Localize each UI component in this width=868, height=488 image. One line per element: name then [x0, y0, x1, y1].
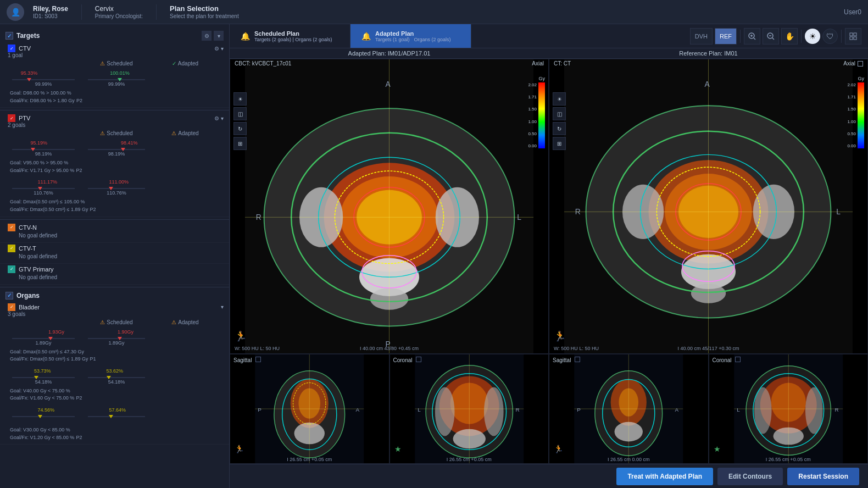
image-area: CBCT: kVCBCT_17c01 Axial — [230, 59, 868, 464]
flip-btn[interactable]: ⊞ — [233, 137, 247, 150]
bl-g3-sv: 74.56% — [38, 407, 55, 413]
svg-text:R: R — [834, 407, 838, 413]
right-color-scale: Gy 2.02 1.71 1.50 1.00 0.50 0.00 — [847, 76, 864, 148]
zoom-out-btn[interactable] — [763, 28, 779, 45]
ctv-n-checkbox[interactable]: ✓ — [8, 224, 15, 231]
small-right-cor[interactable]: Coronal L R — [709, 354, 869, 464]
treat-btn[interactable]: Treat with Adapted Plan — [616, 468, 713, 485]
bladder-checkbox[interactable]: ✓ — [8, 303, 15, 311]
bladder-expand[interactable]: ▾ — [221, 304, 224, 310]
ptv-g2-text: Goal: Dmax(0.50 cm³) ≤ 105.00 % — [10, 199, 85, 204]
ptv-g2-adapt-val: 111.00% — [109, 179, 129, 185]
r-brightness-btn[interactable]: ☀ — [553, 92, 566, 106]
right-content: 🔔 Scheduled Plan Targets (2 goals) | Org… — [230, 24, 868, 488]
window-level-btn[interactable]: ◫ — [233, 107, 247, 120]
restart-session-btn[interactable]: Restart Session — [787, 468, 859, 485]
zoom-in-btn[interactable] — [744, 28, 760, 45]
footer-bar: Treat with Adapted Plan Edit Contours Re… — [230, 464, 868, 488]
ptv-checkbox[interactable]: ✓ — [8, 114, 15, 122]
sep3 — [0, 287, 229, 287]
divider2 — [156, 4, 157, 20]
ptv-g1-text2: Goal/Fx: V1.71 Gy > 95.00 % — [10, 168, 74, 173]
sm-lc-checkbox[interactable] — [416, 357, 421, 362]
sm-rs-checkbox[interactable] — [575, 357, 580, 362]
organs-section-header[interactable]: Organs — [0, 290, 229, 302]
ctv-checkbox[interactable]: ✓ — [8, 45, 15, 52]
grid-layout-btn[interactable] — [845, 28, 861, 45]
targets-expand-btn[interactable]: ▾ — [214, 31, 224, 41]
targets-checkbox[interactable] — [5, 32, 13, 40]
tab-adapted[interactable]: 🔔 Adapted Plan Targets (1 goal) Organs (… — [350, 24, 471, 48]
targets-settings-btn[interactable]: ⚙ — [202, 31, 212, 41]
plan-toolbar: DVH REF — [683, 24, 868, 48]
window-btn[interactable]: ☀ — [805, 29, 820, 44]
bl-g2-text: Goal: V40.00 Gy < 75.00 % — [10, 388, 70, 393]
left-w: W: 500 HU — [235, 346, 259, 351]
organs-label: Organs — [16, 292, 40, 300]
ptv-g1-pri: P2 — [76, 168, 82, 173]
ctv-row[interactable]: ✓ CTV ⚙ ▾ — [8, 45, 224, 52]
ptv-g2-sched-val: 111.17% — [38, 179, 58, 185]
rotate-btn[interactable]: ↻ — [233, 122, 247, 135]
left-vp-tools: ☀ ◫ ↻ ⊞ — [233, 92, 247, 150]
ctv-t-row[interactable]: ✓ CTV-T — [8, 245, 224, 252]
main-left-viewport[interactable]: CBCT: kVCBCT_17c01 Axial — [230, 59, 549, 354]
r-rotate-btn[interactable]: ↻ — [553, 122, 566, 135]
svg-text:L: L — [418, 407, 421, 413]
r-flip-btn[interactable]: ⊞ — [553, 137, 566, 150]
ref-plan-title: Reference Plan: IM01 — [549, 48, 868, 58]
targets-section-header[interactable]: Targets ⚙ ▾ — [0, 29, 229, 43]
ptv-goal1: 95.19% 98.19% 98.41% 98.19% — [8, 136, 224, 175]
svg-rect-10 — [854, 37, 856, 40]
sm-rc-checkbox[interactable] — [735, 357, 741, 362]
bladder-row[interactable]: ✓ Bladder ▾ — [8, 303, 224, 311]
ctv-n-row[interactable]: ✓ CTV-N — [8, 224, 224, 231]
ctv-goals-count: 1 goal — [8, 52, 224, 58]
plan-tabs: 🔔 Scheduled Plan Targets (2 goals) | Org… — [230, 24, 868, 48]
ptv-sched-warn: ⚠ — [100, 130, 105, 136]
pan-btn[interactable]: ✋ — [781, 28, 798, 45]
vp-left-modality: CBCT: kVCBCT_17c01 — [235, 60, 291, 66]
bladder-name: Bladder — [19, 304, 40, 310]
shield-btn[interactable]: 🛡 — [822, 29, 838, 44]
tab-scheduled[interactable]: 🔔 Scheduled Plan Targets (2 goals) | Org… — [230, 24, 350, 48]
small-left-sag[interactable]: Sagittal P A — [230, 354, 390, 464]
patient-id: ID1: S003 — [33, 13, 68, 19]
patient-name: Riley, Rose — [33, 5, 68, 13]
blad-adapt-warn: ⚠ — [171, 319, 176, 325]
organs-checkbox[interactable] — [5, 292, 13, 300]
sm-lc-label: Coronal — [393, 357, 413, 363]
left-color-scale: Gy 2.02 1.71 1.50 1.00 0.50 0.00 — [528, 76, 545, 148]
gtv-checkbox[interactable]: ✓ — [8, 265, 15, 273]
top-header: 👤 Riley, Rose ID1: S003 Cervix Primary O… — [0, 0, 868, 24]
ctv-t-checkbox[interactable]: ✓ — [8, 245, 15, 252]
sm-ls-checkbox[interactable] — [255, 357, 261, 362]
ref-btn[interactable]: REF — [715, 28, 737, 45]
ctv-sched-base: 99.99% — [35, 81, 52, 87]
bl-g1-ab: 1.89Gy — [108, 340, 124, 346]
sm-rs-label: Sagittal — [553, 357, 571, 363]
gtv-row[interactable]: ✓ GTV Primary — [8, 265, 224, 273]
small-left-cor[interactable]: Coronal L R — [390, 354, 549, 464]
vp-right-orient: Axial — [843, 60, 863, 66]
dvh-btn[interactable]: DVH — [690, 28, 713, 45]
svg-rect-7 — [850, 33, 853, 36]
structure-gtv: ✓ GTV Primary No goal defined — [0, 264, 229, 285]
ptv-expand[interactable]: ⚙ ▾ — [214, 115, 224, 121]
small-right-sag[interactable]: Sagittal P A — [549, 354, 709, 464]
ctv-goal1-text: Goal: D98.00 % > 100.00 % — [10, 90, 71, 96]
left-pos: I 40.00 cm 43/80 +0.45 cm — [360, 346, 419, 351]
svg-point-67 — [483, 387, 503, 436]
brightness-btn[interactable]: ☀ — [233, 92, 247, 106]
ctv-expand[interactable]: ⚙ ▾ — [214, 46, 224, 52]
ptv-row[interactable]: ✓ PTV ⚙ ▾ — [8, 114, 224, 122]
right-vp-tools: ☀ ◫ ↻ ⊞ — [553, 92, 566, 150]
r-wl-btn[interactable]: ◫ — [553, 107, 566, 120]
main-right-viewport[interactable]: CT: CT Axial — [549, 59, 868, 354]
ptv-adapt-label: Adapted — [178, 130, 198, 136]
bl-g3-av: 57.64% — [109, 407, 126, 413]
cs-val2: 1.50 — [528, 107, 537, 112]
edit-contours-btn[interactable]: Edit Contours — [717, 468, 783, 485]
bl-g2-pri: P2 — [76, 395, 82, 401]
bl-g2-sv: 53.73% — [34, 368, 51, 374]
